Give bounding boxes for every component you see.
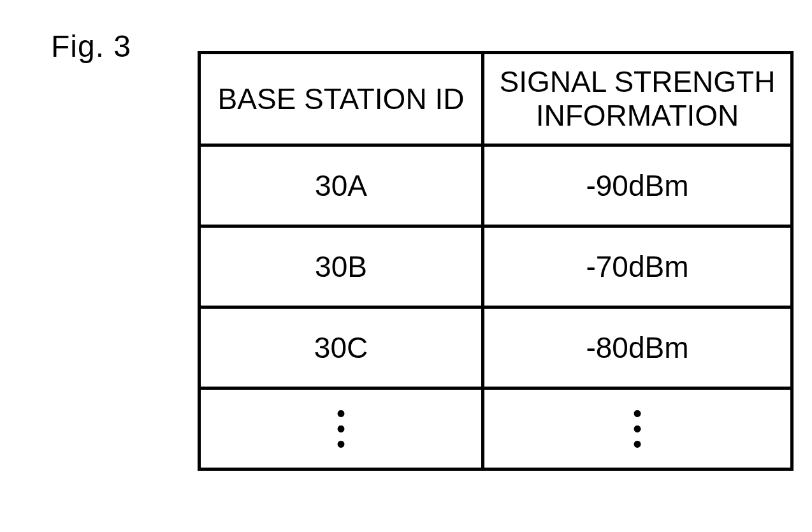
vertical-ellipsis-icon: ••• [484,406,790,452]
vertical-ellipsis-icon: ••• [201,406,481,452]
figure-label: Fig. 3 [51,29,131,64]
cell-signal-strength: -90dBm [483,145,792,226]
cell-base-station-id: 30B [199,226,483,307]
cell-signal-strength: -70dBm [483,226,792,307]
table-row-continuation: ••• ••• [199,388,792,469]
cell-base-station-id: 30A [199,145,483,226]
signal-strength-table-wrapper: BASE STATION ID SIGNAL STRENGTH INFORMAT… [198,51,794,471]
cell-signal-strength: -80dBm [483,307,792,388]
header-base-station-id: BASE STATION ID [199,53,483,145]
table-row: 30B -70dBm [199,226,792,307]
cell-continuation: ••• [199,388,483,469]
cell-continuation: ••• [483,388,792,469]
table-row: 30A -90dBm [199,145,792,226]
cell-base-station-id: 30C [199,307,483,388]
header-signal-strength: SIGNAL STRENGTH INFORMATION [483,53,792,145]
table-row: 30C -80dBm [199,307,792,388]
signal-strength-table: BASE STATION ID SIGNAL STRENGTH INFORMAT… [198,51,794,471]
table-header-row: BASE STATION ID SIGNAL STRENGTH INFORMAT… [199,53,792,145]
